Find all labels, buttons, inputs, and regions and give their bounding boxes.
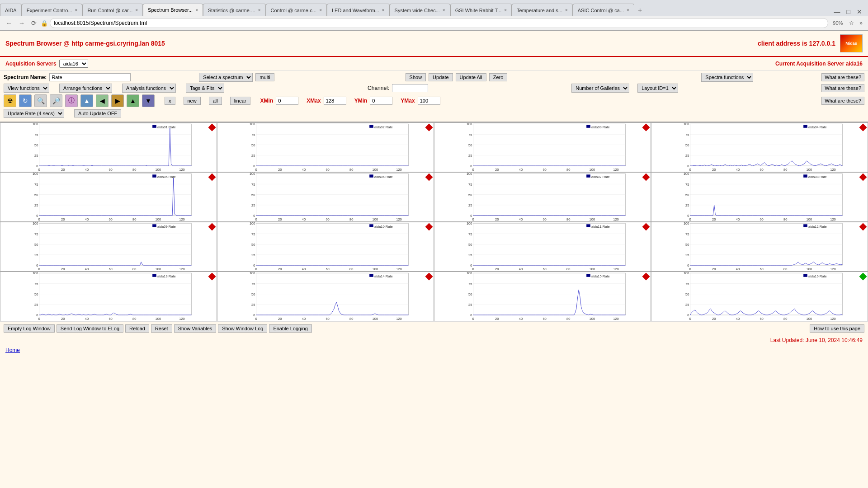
- auto-update-button[interactable]: Auto Update OFF: [74, 109, 121, 117]
- zero-button[interactable]: Zero: [489, 73, 508, 81]
- svg-text:40: 40: [85, 168, 89, 172]
- tab-led[interactable]: LED and Waveform... ×: [327, 4, 390, 16]
- tab-gsi[interactable]: GSI White Rabbit T... ×: [450, 4, 512, 16]
- view-functions-dropdown[interactable]: View functions: [4, 84, 49, 93]
- what-are-these-1-button[interactable]: What are these?: [821, 73, 864, 81]
- ymax-input[interactable]: [418, 97, 440, 105]
- extensions-icon[interactable]: »: [858, 20, 864, 26]
- svg-text:80: 80: [349, 168, 353, 172]
- home-link[interactable]: Home: [0, 345, 868, 355]
- spectrum-cell-aida01[interactable]: 0255075100020406080100120aida01 Rate: [0, 122, 217, 172]
- send-log-button[interactable]: Send Log Window to ELog: [57, 324, 123, 333]
- enable-logging-button[interactable]: Enable Logging: [269, 324, 311, 333]
- spectrum-cell-aida11[interactable]: 0255075100020406080100120aida11 Rate: [434, 222, 651, 272]
- channel-input[interactable]: [392, 84, 428, 92]
- radiation-icon-button[interactable]: ☢: [4, 94, 16, 107]
- spectrum-cell-aida08[interactable]: 0255075100020406080100120aida08 Rate: [651, 172, 868, 222]
- bookmark-icon[interactable]: ☆: [847, 20, 856, 26]
- restore-button[interactable]: □: [844, 7, 853, 16]
- close-window-button[interactable]: ✕: [854, 7, 864, 16]
- spectrum-cell-aida10[interactable]: 0255075100020406080100120aida10 Rate: [217, 222, 434, 272]
- close-icon[interactable]: ×: [195, 8, 198, 13]
- zoom-in-icon-button[interactable]: 🔍: [34, 94, 47, 107]
- svg-text:60: 60: [760, 267, 763, 271]
- acq-server-select[interactable]: aida16: [59, 60, 88, 68]
- close-icon[interactable]: ×: [627, 8, 629, 13]
- tab-runcontrol[interactable]: Run Control @ car... ×: [82, 4, 143, 16]
- what-are-these-2-button[interactable]: What are these?: [821, 84, 864, 92]
- spectrum-cell-aida09[interactable]: 0255075100020406080100120aida09 Rate: [0, 222, 217, 272]
- layout-id-dropdown[interactable]: Layout ID=1: [637, 84, 678, 93]
- linear-button[interactable]: linear: [230, 97, 250, 105]
- refresh-icon-button[interactable]: ↻: [19, 94, 32, 107]
- multi-button[interactable]: multi: [255, 73, 274, 81]
- analysis-functions-dropdown[interactable]: Analysis functions: [122, 84, 176, 93]
- tab-control[interactable]: Control @ carme-c... ×: [266, 4, 327, 16]
- tab-spectrum[interactable]: Spectrum Browser... ×: [143, 4, 203, 16]
- back-button[interactable]: ←: [4, 19, 14, 28]
- tab-experiment[interactable]: Experiment Contro... ×: [22, 4, 83, 16]
- close-icon[interactable]: ×: [565, 8, 568, 13]
- x-button[interactable]: x: [165, 97, 175, 105]
- spectrum-cell-aida14[interactable]: 0255075100020406080100120aida14 Rate: [217, 272, 434, 321]
- close-icon[interactable]: ×: [504, 8, 507, 13]
- close-icon[interactable]: ×: [443, 8, 445, 13]
- empty-log-button[interactable]: Empty Log Window: [4, 324, 55, 333]
- spectrum-cell-aida16[interactable]: 0255075100020406080100120aida16 Rate: [651, 272, 868, 321]
- spectrum-cell-aida06[interactable]: 0255075100020406080100120aida06 Rate: [217, 172, 434, 222]
- how-to-use-button[interactable]: How to use this page: [810, 324, 864, 333]
- select-spectrum-dropdown[interactable]: Select a spectrum: [199, 73, 253, 82]
- xmax-input[interactable]: [324, 97, 346, 105]
- close-icon[interactable]: ×: [75, 8, 78, 13]
- new-button[interactable]: new: [184, 97, 201, 105]
- spectrum-cell-aida12[interactable]: 0255075100020406080100120aida12 Rate: [651, 222, 868, 272]
- spectrum-cell-aida07[interactable]: 0255075100020406080100120aida07 Rate: [434, 172, 651, 222]
- arrange-functions-dropdown[interactable]: Arrange functions: [59, 84, 112, 93]
- tab-syscheck[interactable]: System wide Chec... ×: [390, 4, 450, 16]
- all-button[interactable]: all: [209, 97, 222, 105]
- spectrum-name-input[interactable]: [49, 73, 131, 81]
- spectra-functions-dropdown[interactable]: Spectra functions: [701, 73, 753, 82]
- info-icon-button[interactable]: ⓘ: [65, 94, 78, 107]
- show-button[interactable]: Show: [406, 73, 426, 81]
- tags-fits-dropdown[interactable]: Tags & Fits: [186, 84, 224, 93]
- tab-aida[interactable]: AIDA: [0, 4, 22, 16]
- arrow-right-button[interactable]: ▶: [111, 94, 124, 107]
- svg-text:aida08 Rate: aida08 Rate: [808, 175, 827, 179]
- reload-button[interactable]: ⟳: [29, 19, 39, 28]
- arrow-left-button[interactable]: ◀: [96, 94, 108, 107]
- update-all-button[interactable]: Update All: [456, 73, 486, 81]
- reload-page-button[interactable]: Reload: [125, 324, 149, 333]
- close-icon[interactable]: ×: [319, 8, 322, 13]
- what-are-these-3-button[interactable]: What are these?: [821, 97, 864, 105]
- svg-text:100: 100: [33, 222, 38, 225]
- ymin-input[interactable]: [370, 97, 392, 105]
- spectrum-cell-aida15[interactable]: 0255075100020406080100120aida15 Rate: [434, 272, 651, 321]
- show-variables-button[interactable]: Show Variables: [174, 324, 217, 333]
- tab-temp[interactable]: Temperature and s... ×: [512, 4, 573, 16]
- spectrum-cell-aida03[interactable]: 0255075100020406080100120aida03 Rate: [434, 122, 651, 172]
- tab-asic[interactable]: ASIC Control @ ca... ×: [573, 4, 634, 16]
- close-icon[interactable]: ×: [135, 8, 138, 13]
- minimize-button[interactable]: —: [832, 7, 843, 16]
- new-tab-button[interactable]: +: [634, 5, 646, 16]
- close-icon[interactable]: ×: [258, 8, 261, 13]
- reset-button[interactable]: Reset: [151, 324, 172, 333]
- spectrum-cell-aida05[interactable]: 0255075100020406080100120aida05 Rate: [0, 172, 217, 222]
- spectrum-cell-aida04[interactable]: 0255075100020406080100120aida04 Rate: [651, 122, 868, 172]
- upload-arrow-button[interactable]: ▲: [127, 94, 139, 107]
- close-icon[interactable]: ×: [382, 8, 385, 13]
- update-button[interactable]: Update: [429, 73, 453, 81]
- number-galleries-dropdown[interactable]: Number of Galleries: [571, 84, 629, 93]
- forward-button[interactable]: →: [16, 19, 27, 28]
- settings-icon-button[interactable]: ▲: [80, 94, 93, 107]
- update-rate-select[interactable]: Update Rate (4 secs): [4, 109, 64, 118]
- spectrum-cell-aida02[interactable]: 0255075100020406080100120aida02 Rate: [217, 122, 434, 172]
- address-bar[interactable]: [50, 18, 828, 28]
- tab-statistics[interactable]: Statistics @ carme-... ×: [203, 4, 266, 16]
- show-window-log-button[interactable]: Show Window Log: [218, 324, 267, 333]
- zoom-out-icon-button[interactable]: 🔎: [50, 94, 62, 107]
- download-arrow-button[interactable]: ▼: [142, 94, 155, 107]
- xmin-input[interactable]: [276, 97, 298, 105]
- spectrum-cell-aida13[interactable]: 0255075100020406080100120aida13 Rate: [0, 272, 217, 321]
